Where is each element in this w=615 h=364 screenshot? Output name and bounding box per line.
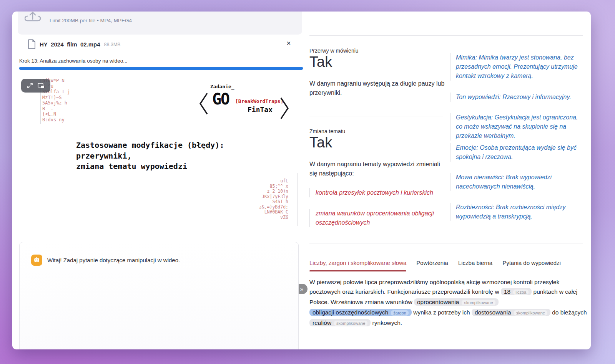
caption-line: przerywniki,	[76, 151, 224, 162]
glitch-line: 5A5vj%z h	[42, 100, 70, 106]
divider-top	[309, 35, 583, 36]
chat-welcome-message: Witaj! Zadaj pytanie dotyczące manipulac…	[47, 257, 180, 263]
glitch-line: z&,=)yBd7d;	[259, 205, 288, 210]
observation-quote: Gestykulacja: Gestykulacja jest ogranicz…	[450, 113, 582, 141]
progress-step-label: Krok 13: Analiza zachowania osoby na wid…	[19, 58, 127, 64]
upload-limit-text: Limit 200MB per file • MP4, MPEG4	[50, 18, 132, 23]
glitch-line: B .	[42, 106, 70, 112]
divider-middle	[309, 116, 443, 116]
glitch-line: JKx|7yF3ly	[259, 194, 288, 200]
annotation-tag: żargon	[391, 310, 409, 316]
glitch-line: vZ6	[259, 215, 288, 220]
caption-line: Zastosowane modyfikacje (błędy):	[76, 140, 224, 151]
robot-avatar-icon	[31, 255, 42, 266]
topic-quote: kontrola przesyłek pocztowych i kuriersk…	[309, 188, 439, 197]
upload-icon	[25, 12, 41, 23]
annotation-complex: realiówskomplikowane	[309, 319, 371, 326]
glitch-line: B:dvs ny	[42, 117, 70, 123]
observation-quote: Ton wypowiedzi: Rzeczowy i informacyjny.	[450, 93, 582, 102]
tab-item[interactable]: Pytania do wypowiedzi	[502, 260, 561, 271]
annotation-tag: skomplikowane	[514, 310, 547, 316]
file-name: HY_2024_film_02.mp4	[40, 41, 100, 48]
observation-quote: Emocje: Osoba prezentująca wydaje się by…	[450, 143, 582, 162]
video-decor-line-right	[298, 173, 298, 226]
glitch-line: MzT!)~S	[42, 95, 70, 101]
tab-active[interactable]: Liczby, żargon i skomplikowane słowa	[309, 260, 406, 271]
metric-description-pauses: W danym nagraniu występują za długie pau…	[309, 79, 449, 98]
fullscreen-icon[interactable]	[27, 83, 33, 89]
metric-label-pauses: Przerwy w mówieniu	[309, 48, 359, 54]
video-caption-text: Zastosowane modyfikacje (błędy):przerywn…	[76, 140, 224, 172]
tab-item[interactable]: Powtórzenia	[416, 260, 448, 271]
divider-above-tabs	[309, 243, 583, 243]
file-dropzone[interactable]: Drag and drop file here Limit 200MB per …	[18, 12, 302, 35]
more-controls-icon[interactable]: »	[300, 286, 303, 292]
annotation-tag: skomplikowane	[334, 321, 367, 326]
metric-description-topic-change: W danym nagraniu tematy wypowiedzi zmien…	[309, 160, 449, 178]
logo-left-bracket	[199, 93, 208, 115]
logo-right-bracket	[280, 97, 289, 119]
glitch-line: LN#0BAK C	[259, 210, 288, 215]
glitch-line: 85;^^ x	[259, 184, 288, 189]
tab-item[interactable]: Liczba bierna	[458, 260, 492, 271]
app-window: Drag and drop file here Limit 200MB per …	[12, 12, 591, 349]
annotation-tag: liczba	[513, 290, 529, 295]
annotation-complex: oprocentowaniaskomplikowane	[414, 298, 499, 306]
metric-label-topic-change: Zmiana tematu	[309, 128, 345, 134]
video-task-label: Zadanie_	[210, 84, 234, 89]
glitch-line: z 2 10)n	[259, 189, 288, 194]
desktop-background: Drag and drop file here Limit 200MB per …	[0, 0, 615, 364]
observation-quote: Mimika: Mimika twarzy jest stonowana, be…	[450, 53, 582, 81]
annotation-number: 18liczba	[501, 288, 532, 295]
progress-bar	[19, 67, 303, 70]
analysis-tabs: Liczby, żargon i skomplikowane słowaPowt…	[309, 260, 583, 271]
metric-value-pauses: Tak	[309, 54, 332, 70]
glitch-line: ufL	[259, 179, 288, 184]
logo-breakwordtraps-text: [BreakWordTraps]	[235, 98, 283, 104]
annotation-tag: skomplikowane	[462, 300, 495, 305]
annotation-complex: dostosowaniaskomplikowane	[472, 309, 550, 316]
annotation-jargon: obligacji oszczędnościowychżargon	[309, 309, 412, 316]
metric-value-topic-change: Tak	[309, 134, 332, 151]
picture-in-picture-icon[interactable]	[38, 83, 45, 89]
caption-line: zmiana tematu wypowiedzi	[76, 161, 224, 172]
video-overlay-buttons	[21, 79, 50, 93]
file-size: 88.3MB	[104, 42, 121, 47]
file-icon	[28, 39, 36, 50]
chat-panel: Witaj! Zadaj pytanie dotyczące manipulac…	[19, 242, 299, 349]
remove-file-button[interactable]: ✕	[284, 39, 293, 48]
video-glitch-text-right: ufL85;^^ xz 2 10)nJKx|7yF3lyS4SI hz&,=)y…	[259, 179, 288, 220]
topic-quote: zmiana warunków oprocentowania obligacji…	[309, 209, 439, 227]
logo-go-text: GO	[212, 90, 229, 108]
video-player[interactable]: pihW*P NG ^uSYUlfa I jMzT!)~S5A5vj%z hB …	[20, 74, 299, 233]
glitch-line: S4SI h	[259, 199, 288, 205]
glitch-line: {<L.N	[42, 111, 70, 117]
annotated-transcript-paragraph: W pierwszej połowie lipca przeprowadzili…	[309, 277, 587, 328]
logo-fintax-text: FinTax	[248, 106, 273, 114]
observation-quote: Mowa nienawiści: Brak wypowiedzi nacecho…	[450, 173, 582, 191]
observation-quote: Rozbieżności: Brak rozbieżności między w…	[450, 203, 582, 221]
uploaded-file-row: HY_2024_film_02.mp4 88.3MB	[28, 39, 121, 50]
